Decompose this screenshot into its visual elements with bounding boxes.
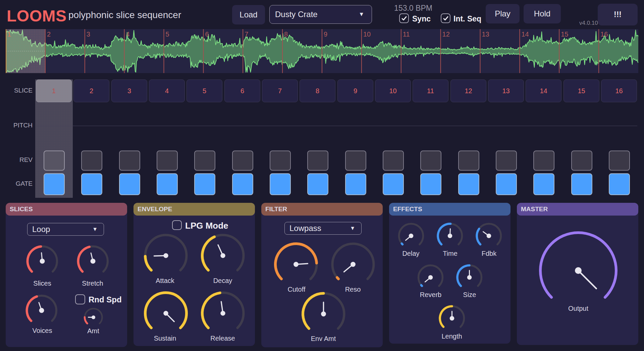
svg-text:6: 6 xyxy=(205,31,209,38)
svg-text:14: 14 xyxy=(521,31,529,38)
svg-text:8: 8 xyxy=(284,31,288,38)
svg-text:7: 7 xyxy=(245,31,248,38)
svg-text:12: 12 xyxy=(442,31,450,38)
svg-text:1: 1 xyxy=(7,31,11,38)
svg-text:4: 4 xyxy=(126,31,130,38)
svg-text:15: 15 xyxy=(561,31,568,38)
svg-text:13: 13 xyxy=(482,31,489,38)
svg-text:5: 5 xyxy=(166,31,169,38)
svg-text:10: 10 xyxy=(363,31,371,38)
svg-text:9: 9 xyxy=(324,31,327,38)
svg-text:16: 16 xyxy=(600,31,608,38)
svg-text:11: 11 xyxy=(403,31,410,38)
svg-text:2: 2 xyxy=(47,31,51,38)
svg-text:3: 3 xyxy=(87,31,90,38)
